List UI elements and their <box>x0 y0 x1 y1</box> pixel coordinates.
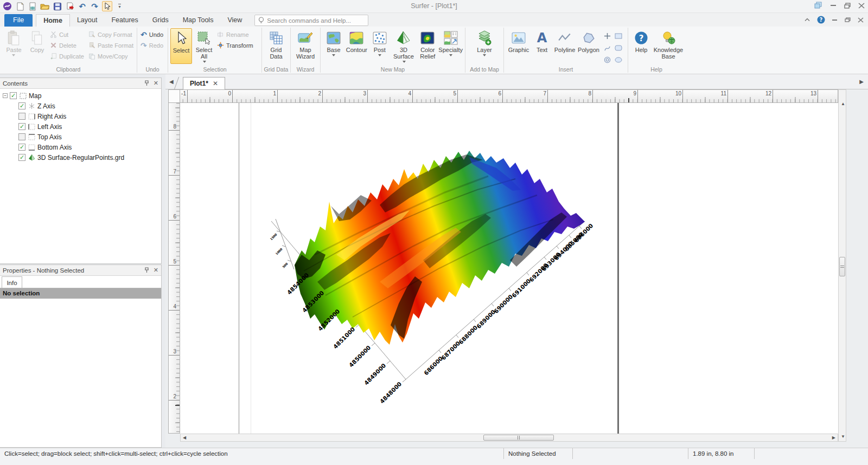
ribbon-home: Paste Copy Cut Delete Duplicate Copy For… <box>0 27 868 74</box>
copy-format-button[interactable]: Copy Format <box>87 30 135 39</box>
new-worksheet-icon[interactable] <box>27 1 37 11</box>
collapse-ribbon-icon[interactable] <box>805 18 810 22</box>
vertical-scrollbar[interactable]: ▲ ▼ <box>838 89 846 442</box>
restore-document-icon[interactable] <box>845 17 851 23</box>
search-placeholder: Search commands and Help... <box>267 17 351 24</box>
delete-button[interactable]: Delete <box>49 41 87 50</box>
right-axis-icon <box>28 113 35 120</box>
new-plot-icon[interactable] <box>15 1 25 11</box>
z-axis-checkbox[interactable]: ✓ <box>18 102 25 109</box>
map-checkbox[interactable]: ✓ <box>10 92 17 99</box>
cascade-windows-icon[interactable] <box>814 2 823 9</box>
save-icon[interactable] <box>52 1 62 11</box>
ribbon-help-icon[interactable]: ? <box>817 16 825 24</box>
insert-spline-button[interactable] <box>602 42 612 54</box>
svg-text:4849000: 4849000 <box>363 362 387 386</box>
undo-icon[interactable]: ↶ <box>77 1 87 11</box>
close-panel-icon[interactable]: ✕ <box>154 80 158 87</box>
insert-point-button[interactable] <box>602 30 612 42</box>
tree-item-z-axis[interactable]: ✓ Z Axis <box>0 101 161 111</box>
scroll-down-icon[interactable]: ▼ <box>841 435 845 439</box>
document-tab-plot1[interactable]: Plot1* ✕ <box>183 77 225 89</box>
pin-icon[interactable] <box>144 80 149 86</box>
insert-polyline-button[interactable]: Polyline <box>553 28 577 53</box>
collapse-expander-icon[interactable]: − <box>3 93 8 98</box>
tab-info[interactable]: Info <box>2 276 22 288</box>
close-window-icon[interactable] <box>858 3 865 9</box>
tree-item-top-axis[interactable]: ✓ Top Axis <box>0 132 161 142</box>
tab-file[interactable]: File <box>4 14 33 27</box>
top-axis-checkbox[interactable]: ✓ <box>18 133 25 140</box>
tree-item-3d-surface-layer[interactable]: ✓ 3D Surface-RegularPoints.grd <box>0 152 161 163</box>
rename-button[interactable]: Rename <box>216 30 258 39</box>
color-relief-button[interactable]: Color Relief <box>417 28 438 60</box>
close-tab-icon[interactable]: ✕ <box>213 80 218 87</box>
tab-features[interactable]: Features <box>104 14 145 27</box>
specialty-map-button[interactable]: Specialty <box>438 28 463 58</box>
tree-item-right-axis[interactable]: ✓ Right Axis <box>0 111 161 121</box>
post-map-button[interactable]: Post <box>369 28 391 58</box>
surfer-logo-icon[interactable] <box>2 1 12 11</box>
horizontal-scrollbar-thumb[interactable] <box>483 435 554 441</box>
horizontal-scrollbar[interactable]: ◀ ▶ <box>180 434 838 442</box>
vertical-scrollbar-thumb[interactable] <box>839 257 845 276</box>
tree-item-bottom-axis[interactable]: ✓ Bottom Axis <box>0 142 161 152</box>
select-tool-icon[interactable] <box>102 1 112 11</box>
knowledge-base-button[interactable]: Knowledge Base <box>654 28 682 60</box>
scroll-left-icon[interactable]: ◀ <box>183 436 186 440</box>
select-all-button[interactable]: Select All <box>192 28 216 64</box>
insert-rounded-rectangle-button[interactable] <box>613 42 624 54</box>
tab-view[interactable]: View <box>220 14 249 27</box>
qat-customize-dropdown[interactable]: ▾ <box>114 1 125 11</box>
insert-graphic-button[interactable]: Graphic <box>506 28 531 53</box>
tab-scroll-right-icon[interactable]: ▶ <box>859 79 864 85</box>
transform-button[interactable]: Transform <box>216 41 258 50</box>
grid-data-button[interactable]: Grid Data <box>264 28 288 60</box>
redo-icon[interactable]: ↷ <box>90 1 100 11</box>
minimize-window-icon[interactable] <box>831 3 837 8</box>
open-file-icon[interactable] <box>40 1 50 11</box>
plot-canvas[interactable]: 4854000 4853000 4852000 4851000 4850000 … <box>180 103 838 434</box>
redo-button[interactable]: ↷Redo <box>139 41 164 50</box>
cut-button[interactable]: Cut <box>49 30 87 39</box>
left-axis-checkbox[interactable]: ✓ <box>18 123 25 130</box>
bottom-axis-checkbox[interactable]: ✓ <box>18 144 25 151</box>
tree-item-left-axis[interactable]: ✓ Left Axis <box>0 121 161 132</box>
copy-button[interactable]: Copy <box>25 28 49 53</box>
close-document-icon[interactable] <box>858 17 864 23</box>
tab-grids[interactable]: Grids <box>145 14 176 27</box>
tree-item-map[interactable]: − ✓ Map <box>0 91 161 101</box>
insert-ellipse-button[interactable] <box>613 54 624 66</box>
insert-circle-button[interactable] <box>602 54 612 66</box>
close-panel-icon[interactable]: ✕ <box>154 267 158 274</box>
duplicate-button[interactable]: Duplicate <box>49 51 87 61</box>
right-axis-checkbox[interactable]: ✓ <box>18 113 25 120</box>
export-icon[interactable] <box>65 1 75 11</box>
paste-button[interactable]: Paste <box>2 28 25 58</box>
search-input[interactable]: Search commands and Help... <box>254 15 368 26</box>
insert-text-button[interactable]: A Text <box>531 28 553 53</box>
scroll-right-icon[interactable]: ▶ <box>832 436 835 440</box>
tab-map-tools[interactable]: Map Tools <box>176 14 221 27</box>
insert-polygon-button[interactable]: Polygon <box>577 28 601 53</box>
tab-scroll-left-icon[interactable]: ◀ <box>169 79 174 85</box>
layer-button[interactable]: Layer <box>472 28 497 58</box>
base-map-button[interactable]: Base <box>323 28 344 58</box>
surface-layer-checkbox[interactable]: ✓ <box>18 154 25 161</box>
minimize-document-icon[interactable] <box>832 17 838 22</box>
pin-icon[interactable] <box>144 267 149 273</box>
map-wizard-button[interactable]: Map Wizard <box>293 28 318 60</box>
select-button[interactable]: Select <box>170 28 192 64</box>
tab-home[interactable]: Home <box>36 14 70 27</box>
undo-button[interactable]: ↶Undo <box>139 30 164 39</box>
tab-layout[interactable]: Layout <box>70 14 105 27</box>
help-button[interactable]: ? Help <box>630 28 652 53</box>
map-3d-surface[interactable]: 4854000 4853000 4852000 4851000 4850000 … <box>180 103 838 434</box>
scroll-up-icon[interactable]: ▲ <box>841 102 845 106</box>
restore-window-icon[interactable] <box>844 3 851 9</box>
contour-map-button[interactable]: Contour <box>344 28 369 53</box>
insert-rectangle-button[interactable] <box>613 30 624 42</box>
paste-format-button[interactable]: Paste Format <box>87 41 135 50</box>
move-copy-button[interactable]: Move/Copy <box>87 51 135 61</box>
new-3d-surface-button[interactable]: 3D Surface <box>391 28 417 64</box>
